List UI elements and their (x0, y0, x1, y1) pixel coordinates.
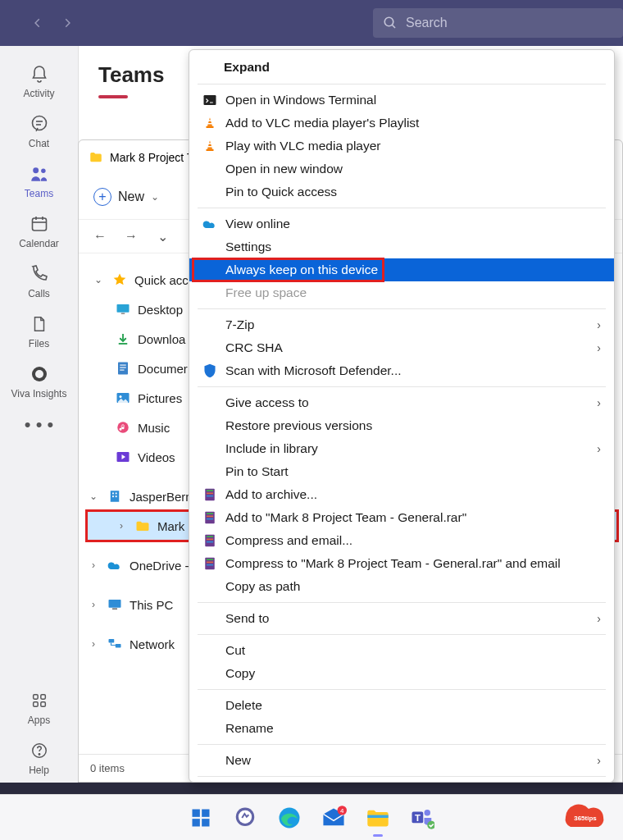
ctx-item[interactable]: Open in Windows Terminal (189, 89, 614, 112)
svg-rect-55 (207, 539, 213, 541)
chevron-right-icon: › (597, 318, 601, 331)
svg-rect-36 (109, 639, 115, 643)
taskbar: 4 T (0, 794, 623, 840)
ctx-header[interactable]: Expand (189, 55, 614, 80)
ctx-item[interactable]: Pin to Quick access (189, 180, 614, 203)
ctx-separator (198, 689, 606, 690)
svg-point-2 (32, 116, 46, 130)
ctx-item[interactable]: Add to VLC media player's Playlist (189, 112, 614, 135)
ctx-item[interactable]: Copy as path (189, 575, 614, 598)
search-box[interactable]: Search (373, 8, 623, 38)
help-icon (28, 739, 51, 762)
ctx-item[interactable]: Copy (189, 662, 614, 685)
ctx-item[interactable]: Delete (189, 694, 614, 717)
svg-rect-40 (208, 120, 211, 121)
ctx-item[interactable]: Add to archive... (189, 483, 614, 506)
svg-rect-52 (207, 518, 213, 520)
svg-point-5 (33, 167, 39, 173)
building-icon (107, 488, 123, 504)
rail-more[interactable]: • • • (25, 406, 53, 450)
new-button[interactable]: + New ⌄ (93, 188, 159, 206)
ctx-item[interactable]: Cut (189, 639, 614, 662)
svg-rect-21 (118, 363, 128, 375)
svg-rect-47 (207, 493, 213, 495)
ctx-separator (198, 776, 606, 777)
nav-back[interactable]: ← (92, 229, 108, 244)
desktop-icon (115, 301, 131, 317)
ctx-item[interactable]: Open in new window (189, 158, 614, 180)
ctx-item[interactable]: 7-Zip› (189, 313, 614, 336)
plus-icon: + (93, 188, 111, 206)
chat-icon (28, 112, 51, 135)
viva-icon (28, 363, 51, 386)
svg-rect-33 (116, 495, 117, 497)
chevron-right-icon: › (597, 341, 601, 354)
svg-rect-43 (208, 143, 211, 144)
rail-files[interactable]: Files (7, 306, 72, 356)
svg-rect-16 (40, 702, 45, 707)
pc-icon (107, 596, 123, 613)
rail-activity[interactable]: Activity (7, 56, 72, 106)
folder-icon (89, 150, 103, 165)
ctx-item[interactable]: Compress to "Mark 8 Project Team - Gener… (189, 552, 614, 575)
ctx-item[interactable]: View online (189, 212, 614, 235)
ctx-item[interactable]: Send to› (189, 607, 614, 630)
ctx-item[interactable]: Always keep on this device (189, 258, 614, 281)
pictures-icon (115, 390, 131, 406)
ctx-item[interactable]: Properties (189, 781, 614, 783)
ctx-item[interactable]: New› (189, 749, 614, 772)
ctx-separator (198, 208, 606, 208)
cloud-icon (107, 557, 123, 573)
ctx-item[interactable]: Include in library› (189, 437, 614, 460)
task-teams[interactable]: T (406, 801, 439, 834)
rail-help[interactable]: Help (7, 733, 72, 783)
ctx-item[interactable]: Play with VLC media player (189, 135, 614, 158)
chevron-right-icon: › (87, 599, 100, 610)
forward-button[interactable] (56, 11, 79, 34)
ctx-item[interactable]: Rename (189, 717, 614, 740)
ctx-item[interactable]: Give access to› (189, 391, 614, 414)
svg-rect-24 (120, 370, 124, 371)
task-edge[interactable] (273, 801, 306, 834)
context-menu: ExpandOpen in Windows TerminalAdd to VLC… (189, 49, 615, 783)
nav-recent[interactable]: ⌄ (154, 229, 171, 244)
app-rail: Activity Chat Teams Calendar Calls Files… (0, 46, 78, 783)
svg-rect-38 (204, 95, 216, 105)
ctx-item[interactable]: Compress and email... (189, 529, 614, 552)
back-button[interactable] (26, 11, 49, 34)
rail-apps[interactable]: Apps (7, 682, 72, 733)
ctx-item[interactable]: Restore previous versions (189, 414, 614, 437)
task-mail[interactable]: 4 (317, 801, 350, 834)
ctx-item[interactable]: Settings (189, 235, 614, 258)
ctx-item: Free up space (189, 281, 614, 304)
ctx-item[interactable]: CRC SHA› (189, 336, 614, 359)
rail-calls[interactable]: Calls (7, 256, 72, 306)
svg-point-6 (41, 169, 45, 173)
rail-viva[interactable]: Viva Insights (7, 356, 72, 406)
chevron-down-icon: ⌄ (92, 274, 105, 285)
video-icon (115, 449, 131, 465)
terminal-icon (201, 91, 219, 109)
task-explorer[interactable] (362, 801, 394, 834)
svg-rect-20 (121, 313, 125, 315)
rar-icon (201, 555, 219, 573)
task-start[interactable] (184, 801, 217, 834)
ctx-item[interactable]: Scan with Microsoft Defender... (189, 359, 614, 382)
rail-calendar[interactable]: Calendar (7, 206, 72, 256)
task-chat[interactable] (229, 801, 261, 834)
teams-icon (28, 162, 51, 185)
ctx-item[interactable]: Add to "Mark 8 Project Team - General.ra… (189, 506, 614, 529)
rail-chat[interactable]: Chat (7, 106, 72, 156)
chevron-right-icon: › (597, 396, 601, 409)
apps-icon (28, 689, 51, 712)
svg-rect-39 (207, 126, 214, 128)
ctx-separator (198, 744, 606, 745)
nav-forward[interactable]: → (123, 229, 139, 244)
svg-rect-50 (207, 513, 213, 514)
rail-teams[interactable]: Teams (7, 156, 72, 206)
file-icon (28, 313, 51, 336)
ctx-item[interactable]: Pin to Start (189, 460, 614, 483)
svg-line-1 (392, 25, 395, 28)
ctx-separator (198, 308, 606, 309)
svg-rect-29 (111, 491, 120, 502)
